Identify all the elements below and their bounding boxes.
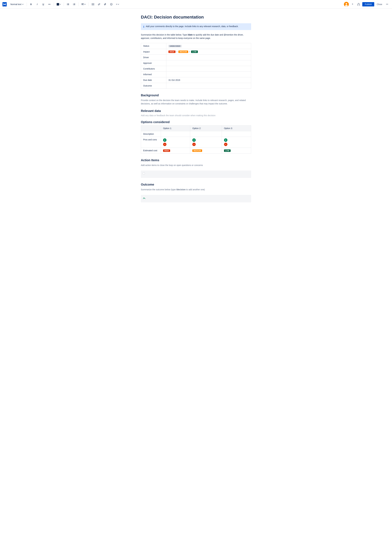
cons-icon: − — [192, 143, 196, 146]
options-header-empty — [141, 125, 161, 131]
add-collaborator-button[interactable]: + — [350, 2, 355, 7]
avatar[interactable] — [344, 2, 349, 7]
link-icon — [98, 3, 100, 5]
intro-date: /date — [188, 33, 193, 36]
pros-cons-icons: + − — [192, 138, 219, 146]
cost-high-badge: HIGH — [163, 149, 170, 152]
description-opt1[interactable] — [161, 131, 190, 137]
impact-value[interactable]: HIGH / MEDIUM / LOW — [166, 49, 251, 55]
info-banner: ℹ Add your comments directly to the page… — [141, 23, 251, 30]
svg-rect-12 — [74, 5, 75, 5]
outcome-desc-1: Summarize the outcome below (type — [141, 188, 176, 191]
driver-value[interactable] — [166, 55, 251, 60]
impact-badges: HIGH / MEDIUM / LOW — [168, 51, 249, 53]
pros-cons-label: Pros and cons — [141, 137, 161, 148]
more-text-button[interactable]: ••• — [47, 2, 52, 7]
description-opt3[interactable] — [222, 131, 251, 137]
contributors-value[interactable] — [166, 66, 251, 71]
cons-icon: − — [224, 143, 227, 146]
outcome-section-title: Outcome — [141, 183, 251, 186]
numbered-list-button[interactable]: 1. 2. 3. — [72, 2, 77, 7]
text-color-button[interactable] — [56, 2, 62, 6]
option1-header: Option 1: — [161, 125, 190, 131]
svg-point-5 — [67, 5, 67, 5]
action-item-box[interactable] — [141, 171, 251, 178]
align-button[interactable] — [80, 3, 87, 6]
status-label: Status — [141, 43, 166, 49]
align-icon — [81, 3, 84, 5]
table-button[interactable] — [90, 2, 95, 7]
table-row: Impact HIGH / MEDIUM / LOW — [141, 49, 251, 55]
pros-cons-opt2[interactable]: + − — [190, 137, 222, 148]
table-row: Due date 31 Oct 2019 — [141, 77, 251, 83]
table-row: Description — [141, 131, 251, 137]
plus-icon: + — [352, 3, 353, 6]
impact-sep-1: / — [177, 51, 177, 53]
relevant-data-desc: Add any data or feedback the team should… — [141, 114, 251, 117]
informed-label: Informed — [141, 71, 166, 77]
decision-svg — [143, 197, 146, 200]
due-date-label: Due date — [141, 77, 166, 83]
chevron-down-icon — [118, 4, 119, 5]
due-date-value[interactable]: 31 Oct 2019 — [166, 77, 251, 83]
intro-text-1: Summarize this decision in the table bel… — [141, 33, 188, 36]
svg-rect-8 — [74, 4, 75, 4]
status-value[interactable]: UNDECIDED — [166, 43, 251, 49]
outcome-desc-code: /decision — [176, 188, 186, 191]
pros-cons-opt1[interactable]: + − — [161, 137, 190, 148]
description-opt2[interactable] — [190, 131, 222, 137]
svg-point-1 — [67, 3, 67, 4]
svg-point-21 — [110, 3, 112, 5]
low-badge: LOW — [191, 51, 198, 53]
emoji-button[interactable] — [109, 2, 114, 7]
user-avatar-img — [344, 2, 349, 7]
table-row: Outcome — [141, 83, 251, 88]
informed-value[interactable] — [166, 71, 251, 77]
svg-text:3.: 3. — [73, 5, 74, 5]
bold-button[interactable]: B — [29, 2, 33, 7]
insert-button[interactable]: + — [115, 2, 120, 6]
lock-button[interactable] — [356, 2, 361, 7]
close-button[interactable]: Close — [375, 2, 383, 6]
pros-icon: + — [224, 138, 227, 142]
svg-point-25 — [345, 3, 347, 5]
options-table: Option 1: Option 2: Option 3: Descriptio… — [141, 125, 251, 153]
outcome-label: Outcome — [141, 83, 166, 88]
outcome-box[interactable] — [141, 195, 251, 202]
intro-text: Summarize this decision in the table bel… — [141, 33, 251, 40]
pros-cons-opt3[interactable]: + − — [222, 137, 251, 148]
underline-button[interactable]: U — [41, 2, 46, 7]
estimated-cost-opt3[interactable]: LOW — [222, 148, 251, 153]
publish-button[interactable]: Publish — [362, 2, 374, 6]
table-row: Status UNDECIDED — [141, 43, 251, 49]
divider-3 — [64, 2, 64, 6]
cost-medium-badge: MEDIUM — [192, 149, 202, 152]
outcome-value[interactable] — [166, 83, 251, 88]
attachment-button[interactable] — [103, 2, 108, 7]
toolbar-right: + Publish Close ••• — [344, 2, 390, 7]
info-banner-text: Add your comments directly to the page. … — [146, 25, 238, 28]
bullet-list-button[interactable] — [66, 2, 70, 7]
options-header-row: Option 1: Option 2: Option 3: — [141, 125, 251, 131]
impact-label: Impact — [141, 49, 166, 55]
approver-value[interactable] — [166, 60, 251, 66]
daci-table: Status UNDECIDED Impact HIGH / MEDIUM / … — [141, 43, 251, 89]
page-title[interactable]: DACI: Decision documentation — [141, 15, 251, 20]
cost-low-badge: LOW — [224, 149, 231, 152]
chevron-down-icon — [84, 4, 86, 5]
text-style-selector[interactable]: Normal text — [9, 2, 25, 6]
table-row: Pros and cons + − + − + − — [141, 137, 251, 148]
more-options-button[interactable]: ••• — [385, 2, 390, 7]
estimated-cost-opt1[interactable]: HIGH — [161, 148, 190, 153]
text-style-label: Normal text — [10, 3, 21, 5]
estimated-cost-opt2[interactable]: MEDIUM — [190, 148, 222, 153]
link-button[interactable] — [97, 2, 102, 7]
driver-label: Driver — [141, 55, 166, 60]
svg-rect-27 — [358, 4, 360, 6]
checkbox-placeholder[interactable] — [143, 172, 145, 175]
italic-button[interactable]: I — [35, 2, 40, 7]
chevron-down-icon — [22, 4, 23, 5]
bullet-list-icon — [67, 3, 69, 5]
svg-point-23 — [112, 4, 112, 4]
divider-1 — [27, 2, 27, 6]
